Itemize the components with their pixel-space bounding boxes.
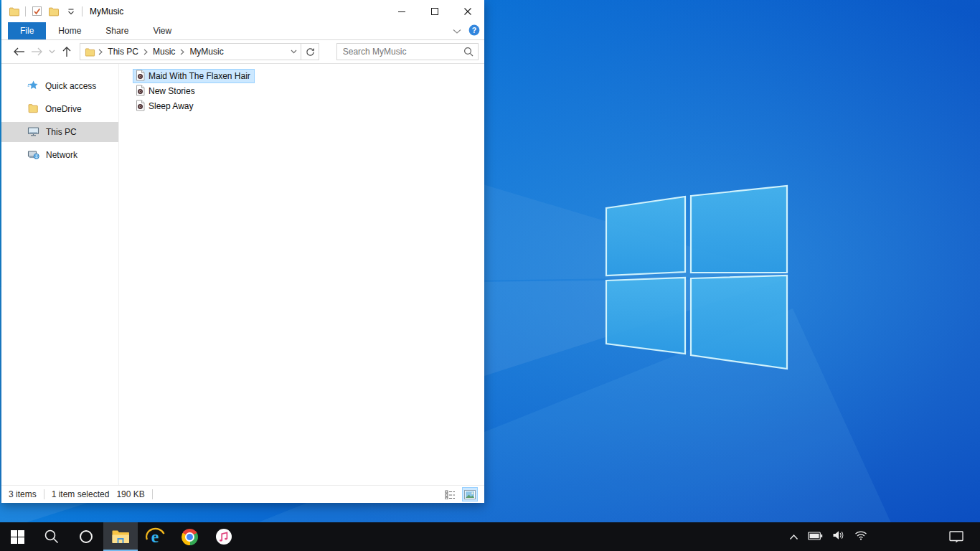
- start-button[interactable]: [0, 522, 34, 551]
- breadcrumb-chevron-icon: [179, 49, 185, 55]
- close-button[interactable]: [451, 0, 484, 22]
- hidden-icons-chevron-icon[interactable]: [789, 530, 798, 543]
- status-bar: 3 items 1 item selected 190 KB: [1, 485, 484, 503]
- svg-text:?: ?: [472, 26, 476, 34]
- this-pc-monitor-icon: [27, 126, 39, 139]
- address-dropdown-chevron-icon[interactable]: [286, 44, 301, 60]
- large-icons-view-button[interactable]: [463, 488, 477, 501]
- back-button[interactable]: [10, 43, 28, 60]
- help-icon[interactable]: ?: [468, 24, 480, 38]
- window-body: Quick access OneDrive This PC: [1, 64, 484, 485]
- caption-buttons: [385, 0, 484, 22]
- audio-file-icon: [135, 100, 146, 113]
- search-box: [336, 43, 479, 60]
- address-folder-icon: [80, 47, 98, 57]
- tab-home[interactable]: Home: [46, 22, 93, 39]
- file-list[interactable]: Maid With The Flaxen Hair New Stories: [119, 64, 484, 485]
- internet-explorer-button[interactable]: e: [138, 522, 172, 551]
- divider: [152, 489, 153, 499]
- taskbar-file-explorer-button[interactable]: [103, 522, 138, 551]
- file-name: New Stories: [149, 86, 195, 96]
- breadcrumb-segment-music[interactable]: Music: [149, 44, 179, 60]
- view-toggles: [443, 488, 477, 501]
- file-name: Sleep Away: [149, 101, 194, 111]
- forward-button[interactable]: [28, 43, 46, 60]
- maximize-button[interactable]: [418, 0, 451, 22]
- window-folder-icon: [8, 5, 21, 18]
- up-button[interactable]: [57, 43, 75, 60]
- divider: [82, 6, 83, 17]
- sidebar-item-this-pc[interactable]: This PC: [1, 122, 118, 142]
- system-tray: [789, 522, 867, 551]
- breadcrumb-chevron-icon: [143, 49, 149, 55]
- file-row: Maid With The Flaxen Hair: [133, 69, 484, 84]
- file-item-maid-with-the-flaxen-hair[interactable]: Maid With The Flaxen Hair: [133, 69, 255, 83]
- breadcrumb-segment-this-pc[interactable]: This PC: [103, 44, 143, 60]
- sidebar-item-label: This PC: [46, 127, 77, 137]
- breadcrumb-segment-mymusic[interactable]: MyMusic: [185, 44, 227, 60]
- breadcrumb: This PC Music MyMusic: [98, 44, 286, 60]
- sidebar-item-onedrive[interactable]: OneDrive: [1, 99, 118, 119]
- sidebar-item-label: Quick access: [45, 81, 96, 91]
- sidebar-item-network[interactable]: Network: [1, 145, 118, 165]
- quick-access-toolbar: MyMusic: [1, 5, 123, 18]
- wifi-icon[interactable]: [854, 530, 867, 543]
- search-icon[interactable]: [459, 47, 478, 57]
- file-row: New Stories: [133, 84, 484, 99]
- taskbar: e: [0, 522, 980, 551]
- chrome-button[interactable]: [172, 522, 207, 551]
- battery-icon[interactable]: [808, 530, 823, 543]
- audio-file-icon: [135, 85, 146, 98]
- file-name: Maid With The Flaxen Hair: [149, 71, 250, 81]
- screen: MyMusic File Home Share View: [0, 0, 980, 551]
- cortana-button[interactable]: [69, 522, 103, 551]
- svg-text:e: e: [151, 527, 159, 546]
- divider: [25, 6, 26, 17]
- file-item-new-stories[interactable]: New Stories: [133, 84, 199, 98]
- qat-new-folder-button[interactable]: [47, 5, 60, 18]
- volume-icon[interactable]: [832, 530, 845, 543]
- explorer-window: MyMusic File Home Share View: [1, 0, 484, 503]
- action-center-button[interactable]: [942, 522, 971, 551]
- breadcrumb-chevron-icon: [98, 49, 103, 55]
- selected-size: 190 KB: [116, 489, 144, 499]
- items-count: 3 items: [9, 489, 37, 499]
- navigation-pane: Quick access OneDrive This PC: [1, 64, 119, 485]
- details-view-button[interactable]: [443, 488, 457, 501]
- search-input[interactable]: [337, 44, 459, 60]
- navigation-bar: This PC Music MyMusic: [1, 40, 484, 64]
- recent-locations-chevron-icon[interactable]: [47, 43, 58, 60]
- divider: [44, 489, 44, 499]
- expand-ribbon-chevron-icon[interactable]: [453, 27, 461, 37]
- tab-share[interactable]: Share: [93, 22, 141, 39]
- qat-properties-button[interactable]: [30, 5, 43, 18]
- sidebar-item-label: OneDrive: [45, 104, 82, 114]
- quick-access-star-icon: [27, 80, 39, 93]
- network-computer-icon: [27, 149, 39, 162]
- qat-customize-chevron-icon[interactable]: [65, 5, 77, 18]
- audio-file-icon: [135, 70, 146, 83]
- file-row: Sleep Away: [133, 99, 484, 114]
- itunes-button[interactable]: [207, 522, 241, 551]
- refresh-button[interactable]: [301, 43, 319, 60]
- sidebar-item-quick-access[interactable]: Quick access: [1, 76, 118, 96]
- file-item-sleep-away[interactable]: Sleep Away: [133, 99, 198, 113]
- chrome-icon: [182, 529, 198, 545]
- onedrive-folder-icon: [27, 103, 39, 116]
- taskbar-search-button[interactable]: [34, 522, 69, 551]
- address-bar[interactable]: This PC Music MyMusic: [80, 43, 301, 60]
- minimize-button[interactable]: [385, 0, 418, 22]
- sidebar-item-label: Network: [46, 150, 77, 160]
- window-title: MyMusic: [90, 6, 123, 17]
- tab-view[interactable]: View: [141, 22, 184, 39]
- tab-file[interactable]: File: [8, 22, 46, 39]
- title-bar[interactable]: MyMusic: [1, 0, 484, 22]
- ribbon-tabs: File Home Share View ?: [1, 22, 484, 40]
- selected-count: 1 item selected: [52, 489, 110, 499]
